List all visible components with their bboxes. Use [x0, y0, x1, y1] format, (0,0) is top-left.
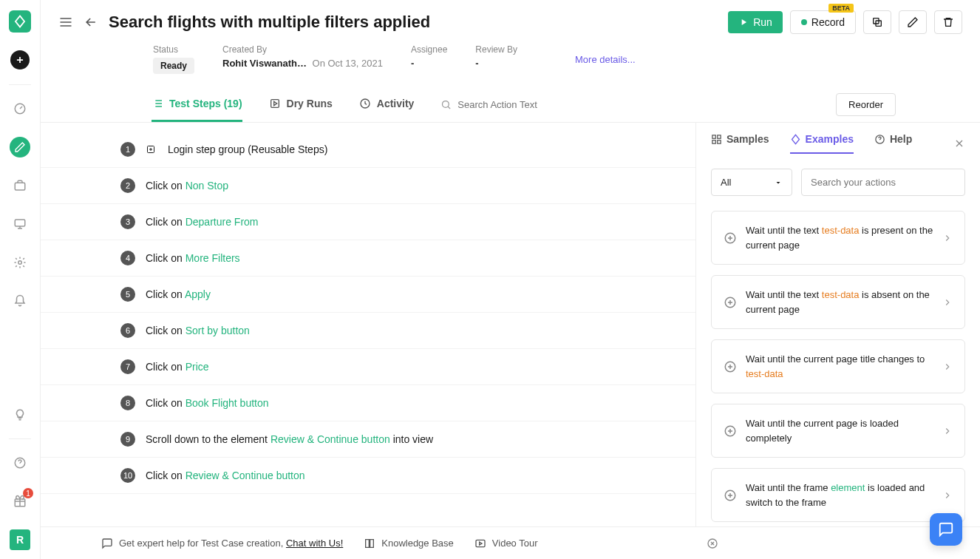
- step-text: Click on Non Stop: [146, 180, 228, 192]
- settings-icon[interactable]: [10, 252, 30, 273]
- example-text: Wait until the current page title change…: [746, 352, 933, 381]
- tab-steps-label: Test Steps (19): [169, 98, 242, 109]
- tab-test-steps[interactable]: Test Steps (19): [152, 87, 242, 122]
- close-panel-icon[interactable]: [953, 138, 965, 149]
- step-text: Click on Apply: [146, 288, 211, 300]
- back-icon[interactable]: [84, 15, 98, 30]
- assignee-label: Assignee: [411, 44, 447, 55]
- step-row[interactable]: 9Scroll down to the element Review & Con…: [41, 421, 695, 458]
- content-area: 1Login step group (Reusable Steps)2Click…: [41, 123, 980, 559]
- step-text: Login step group (Reusable Steps): [168, 143, 327, 155]
- panel-tab-samples[interactable]: Samples: [711, 133, 769, 154]
- panel-search-input[interactable]: [801, 169, 965, 196]
- more-details-link[interactable]: More details...: [575, 54, 636, 65]
- steps-list: 1Login step group (Reusable Steps)2Click…: [41, 123, 695, 559]
- footer-kb[interactable]: Knowledge Base: [364, 538, 454, 549]
- briefcase-icon[interactable]: [10, 175, 30, 196]
- add-example-icon[interactable]: [724, 231, 737, 245]
- reorder-button[interactable]: Reorder: [836, 93, 896, 116]
- user-avatar[interactable]: R: [10, 529, 30, 550]
- svg-point-3: [18, 261, 22, 265]
- help-icon[interactable]: [10, 453, 30, 473]
- footer-video-label: Video Tour: [492, 538, 538, 549]
- divider: [9, 84, 31, 85]
- lightbulb-icon[interactable]: [10, 404, 30, 425]
- footer-dismiss-icon[interactable]: [707, 538, 718, 549]
- main-content: Search flights with multiple filters app…: [41, 0, 980, 559]
- app-logo[interactable]: [9, 10, 31, 33]
- created-by-label: Created By: [222, 44, 383, 55]
- footer: Get expert help for Test Case creation, …: [41, 526, 980, 559]
- meta-review-by: Review By -: [475, 44, 517, 74]
- svg-rect-13: [718, 135, 721, 138]
- panel-tab-examples[interactable]: Examples: [790, 133, 854, 154]
- step-row[interactable]: 4Click on More Filters: [41, 240, 695, 277]
- example-card[interactable]: Wait until the text test-data is absent …: [711, 275, 965, 329]
- example-text: Wait until the text test-data is absent …: [746, 288, 933, 316]
- step-row[interactable]: 7Click on Price: [41, 349, 695, 385]
- expand-icon[interactable]: [146, 144, 156, 155]
- monitor-icon[interactable]: [10, 214, 30, 234]
- meta-status: Status Ready: [153, 44, 194, 74]
- step-row[interactable]: 10Click on Review & Continue button: [41, 458, 695, 494]
- chat-with-us-link[interactable]: Chat with Us!: [286, 538, 343, 549]
- step-number: 7: [120, 359, 135, 374]
- example-card[interactable]: Wait until the current page is loaded co…: [711, 404, 965, 458]
- footer-video[interactable]: Video Tour: [474, 538, 538, 549]
- step-number: 3: [120, 214, 135, 229]
- panel-tab-help[interactable]: Help: [874, 133, 912, 154]
- svg-rect-24: [476, 540, 485, 546]
- chevron-right-icon: [942, 233, 953, 243]
- gift-icon[interactable]: [10, 491, 30, 512]
- panel-filter-row: All: [711, 169, 965, 196]
- panel-tab-samples-label: Samples: [727, 133, 769, 145]
- tab-dry-runs[interactable]: Dry Runs: [269, 87, 333, 122]
- add-example-icon[interactable]: [724, 296, 737, 309]
- example-text: Wait until the text test-data is present…: [746, 223, 933, 252]
- step-text: Click on Departure From: [146, 216, 259, 228]
- menu-icon[interactable]: [58, 15, 73, 30]
- chevron-right-icon: [942, 297, 953, 308]
- meta-created-by: Created By Rohit Viswanath… On Oct 13, 2…: [222, 44, 383, 74]
- bell-icon[interactable]: [10, 291, 30, 311]
- panel-tab-examples-label: Examples: [806, 133, 854, 145]
- meta-assignee: Assignee -: [411, 44, 447, 74]
- add-button[interactable]: [10, 50, 30, 70]
- dashboard-icon[interactable]: [10, 98, 30, 119]
- step-row[interactable]: 6Click on Sort by button: [41, 313, 695, 349]
- step-number: 4: [120, 251, 135, 265]
- example-card[interactable]: Wait until the current page title change…: [711, 339, 965, 393]
- step-number: 2: [120, 178, 135, 193]
- meta-row: Status Ready Created By Rohit Viswanath……: [41, 40, 980, 87]
- step-row[interactable]: 1Login step group (Reusable Steps): [41, 132, 695, 168]
- chat-bubble-button[interactable]: [930, 513, 962, 546]
- add-example-icon[interactable]: [724, 360, 737, 373]
- svg-point-10: [443, 101, 449, 108]
- example-card[interactable]: Wait until the text test-data is present…: [711, 211, 965, 265]
- filter-select[interactable]: All: [711, 169, 792, 196]
- review-by-value: -: [475, 58, 517, 69]
- divider: [9, 438, 31, 439]
- record-button[interactable]: BETA Record: [790, 10, 856, 34]
- example-card[interactable]: Wait until the frame element is loaded a…: [711, 468, 965, 522]
- search-action-input[interactable]: [457, 99, 605, 110]
- run-button[interactable]: Run: [728, 11, 783, 33]
- edit-button[interactable]: [899, 10, 927, 34]
- tab-activity[interactable]: Activity: [359, 87, 415, 122]
- created-by-name: Rohit Viswanath…: [222, 58, 307, 69]
- panel-tab-help-label: Help: [890, 133, 912, 145]
- copy-button[interactable]: [863, 10, 891, 34]
- page-title: Search flights with multiple filters app…: [109, 13, 430, 32]
- step-row[interactable]: 8Click on Book Flight button: [41, 385, 695, 421]
- step-text: Click on More Filters: [146, 252, 240, 264]
- add-example-icon[interactable]: [724, 489, 737, 502]
- footer-help: Get expert help for Test Case creation, …: [101, 538, 343, 549]
- step-number: 10: [120, 468, 135, 483]
- add-example-icon[interactable]: [724, 424, 737, 438]
- edit-icon[interactable]: [10, 137, 30, 157]
- topbar: Search flights with multiple filters app…: [41, 0, 980, 40]
- step-row[interactable]: 5Click on Apply: [41, 277, 695, 313]
- delete-button[interactable]: [934, 10, 962, 34]
- step-row[interactable]: 2Click on Non Stop: [41, 168, 695, 204]
- step-row[interactable]: 3Click on Departure From: [41, 204, 695, 240]
